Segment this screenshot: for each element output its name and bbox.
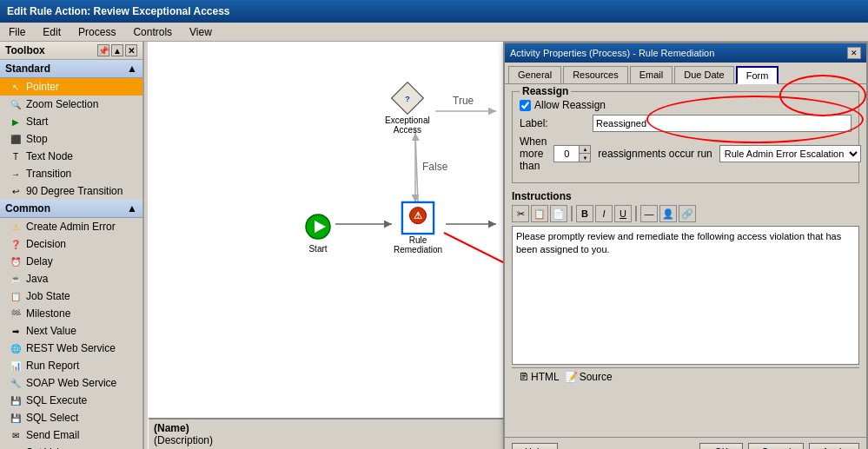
exceptional-access-node[interactable]: ? ExceptionalAccess <box>385 81 430 135</box>
instructions-textarea[interactable]: Please promptly review and remediate the… <box>512 226 859 365</box>
reassign-section-title: Reassign <box>520 85 571 97</box>
apply-button[interactable]: Apply <box>809 443 859 449</box>
start-label: Start <box>26 116 48 128</box>
menu-controls[interactable]: Controls <box>128 24 177 40</box>
milestone-label: Milestone <box>26 307 70 320</box>
tab-resources[interactable]: Resources <box>563 66 628 83</box>
zoom-icon: 🔍 <box>9 97 23 111</box>
menu-bar: File Edit Process Controls View <box>0 23 868 42</box>
toolbox-expand-btn[interactable]: ▲ <box>111 44 123 56</box>
menu-file[interactable]: File <box>3 24 30 40</box>
tab-duedate[interactable]: Due Date <box>674 66 733 83</box>
start-icon: ▶ <box>9 115 23 129</box>
toolbox-item-sqlexec[interactable]: 💾 SQL Execute <box>0 392 142 409</box>
properties-panel: (Name) (Description) <box>149 418 503 449</box>
exceptional-access-icon: ? <box>390 81 425 116</box>
help-button[interactable]: Help <box>512 443 558 449</box>
html-icon: 🖹 <box>519 371 529 383</box>
zoom-label: Zoom Selection <box>26 98 98 110</box>
dialog-close-btn[interactable]: ✕ <box>847 47 861 59</box>
sqlexec-label: SQL Execute <box>26 394 87 406</box>
toolbox-item-zoom[interactable]: 🔍 Zoom Selection <box>0 96 142 113</box>
tab-email[interactable]: Email <box>630 66 673 83</box>
toolbar-sep-1 <box>571 206 573 221</box>
user-btn[interactable]: 👤 <box>659 205 677 222</box>
dialog-buttons: Help OK Cancel Apply <box>505 437 866 449</box>
activity-properties-dialog[interactable]: Activity Properties (Process) - Rule Rem… <box>503 42 868 449</box>
dialog-title-bar: Activity Properties (Process) - Rule Rem… <box>505 43 866 63</box>
ok-button[interactable]: OK <box>699 443 743 449</box>
svg-text:True: True <box>453 95 474 107</box>
toolbox-title: Toolbox <box>5 44 45 56</box>
tab-general[interactable]: General <box>508 66 561 83</box>
toolbox-item-textnode[interactable]: T Text Node <box>0 148 142 165</box>
when-more-than-label: When more than <box>520 135 547 172</box>
dialog-content: Reassign Allow Reassign Label: <box>505 84 866 437</box>
toolbox-item-nextvalue[interactable]: ➡ Next Value <box>0 322 142 340</box>
standard-section-header[interactable]: Standard ▲ <box>0 60 142 78</box>
link-btn[interactable]: 🔗 <box>679 205 696 222</box>
toolbox-item-90deg[interactable]: ↩ 90 Degree Transition <box>0 182 142 200</box>
toolbox-item-setvalue[interactable]: ✏ Set Value <box>0 444 142 449</box>
rule-remediation-node[interactable]: ⚠ RuleRemediation <box>394 201 442 254</box>
toolbox-item-admin-error[interactable]: ⚠ Create Admin Error <box>0 218 142 235</box>
rule-remediation-icon: ⚠ <box>401 201 435 235</box>
paste-btn[interactable]: 📄 <box>550 205 567 222</box>
escalation-select[interactable]: Rule Admin Error Escalation <box>719 145 861 162</box>
cancel-button[interactable]: Cancel <box>748 443 804 449</box>
hrule-btn[interactable]: — <box>640 205 658 222</box>
source-tab[interactable]: 📝 Source <box>565 371 613 383</box>
toolbox-item-sqlselect[interactable]: 💾 SQL Select <box>0 409 142 426</box>
allow-reassign-checkbox-label[interactable]: Allow Reassign <box>520 99 606 111</box>
copy-btn[interactable]: 📋 <box>531 205 548 222</box>
toolbox-item-sendemail[interactable]: ✉ Send Email <box>0 426 142 444</box>
nextvalue-icon: ➡ <box>9 324 23 338</box>
menu-view[interactable]: View <box>184 24 217 40</box>
italic-btn[interactable]: I <box>595 205 613 222</box>
sqlselect-icon: 💾 <box>9 411 23 425</box>
java-icon: ☕ <box>9 272 23 286</box>
label-field-input[interactable] <box>593 115 851 132</box>
underline-btn[interactable]: U <box>614 205 632 222</box>
toolbox-item-delay[interactable]: ⏰ Delay <box>0 253 142 270</box>
toolbox-item-runreport[interactable]: 📊 Run Report <box>0 357 142 374</box>
toolbox-pin-btn[interactable]: 📌 <box>97 44 109 56</box>
toolbox-item-stop[interactable]: ⬛ Stop <box>0 130 142 148</box>
instructions-bottom-tabs: 🖹 HTML 📝 Source <box>512 367 859 386</box>
toolbox-item-milestone[interactable]: 🏁 Milestone <box>0 305 142 322</box>
toolbox-item-pointer[interactable]: ↖ Pointer <box>0 78 142 96</box>
toolbox-close-btn[interactable]: ✕ <box>125 44 137 56</box>
spinner-down-btn[interactable]: ▼ <box>580 154 590 162</box>
jobstate-label: Job State <box>26 290 70 302</box>
dialog-title-text: Activity Properties (Process) - Rule Rem… <box>510 48 714 58</box>
spinner-up-btn[interactable]: ▲ <box>580 146 590 154</box>
canvas-area: True False <box>149 42 868 449</box>
toolbox-item-rest[interactable]: 🌐 REST Web Service <box>0 340 142 357</box>
tab-form[interactable]: Form <box>736 66 779 84</box>
toolbox-item-transition[interactable]: → Transition <box>0 165 142 182</box>
toolbox-item-java[interactable]: ☕ Java <box>0 270 142 287</box>
soap-icon: 🔧 <box>9 376 23 390</box>
rest-label: REST Web Service <box>26 342 116 354</box>
toolbox-item-jobstate[interactable]: 📋 Job State <box>0 287 142 305</box>
start-node[interactable]: Start <box>301 209 335 254</box>
cut-btn[interactable]: ✂ <box>512 205 529 222</box>
menu-process[interactable]: Process <box>73 24 121 40</box>
bold-btn[interactable]: B <box>576 205 593 222</box>
stop-label: Stop <box>26 133 48 145</box>
menu-edit[interactable]: Edit <box>37 24 66 40</box>
reassign-count-input[interactable] <box>553 145 580 162</box>
html-tab[interactable]: 🖹 HTML <box>519 371 560 383</box>
nextvalue-label: Next Value <box>26 325 76 337</box>
decision-icon: ❓ <box>9 237 23 251</box>
toolbox-item-soap[interactable]: 🔧 SOAP Web Service <box>0 374 142 392</box>
allow-reassign-checkbox[interactable] <box>520 100 531 111</box>
instructions-label: Instructions <box>512 190 859 202</box>
toolbox-item-start[interactable]: ▶ Start <box>0 113 142 130</box>
textnode-label: Text Node <box>26 150 73 162</box>
common-section-header[interactable]: Common ▲ <box>0 200 142 218</box>
dialog-tabs: General Resources Email Due Date Form <box>505 63 866 84</box>
toolbox-item-decision[interactable]: ❓ Decision <box>0 235 142 253</box>
when-more-than-row: When more than ▲ ▼ reassignments occur r… <box>520 135 851 172</box>
delay-icon: ⏰ <box>9 254 23 268</box>
